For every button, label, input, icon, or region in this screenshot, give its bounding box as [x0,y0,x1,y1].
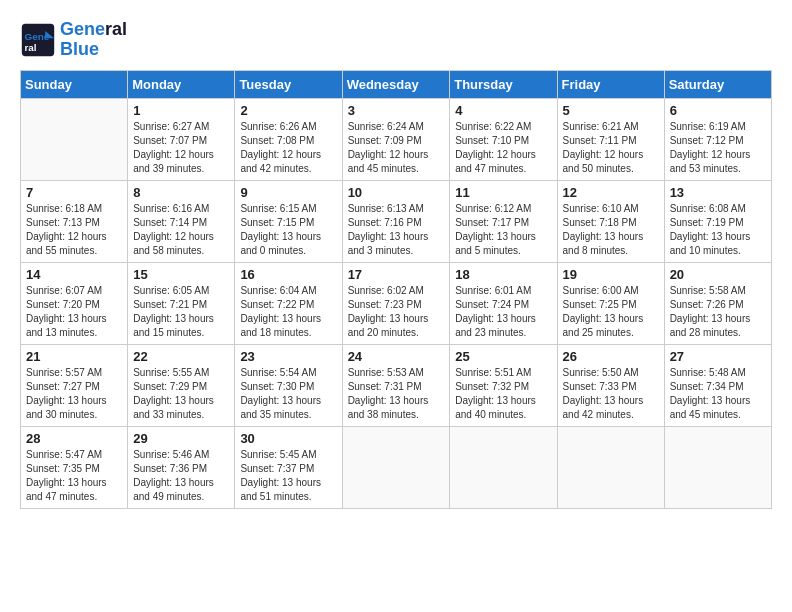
calendar-day-cell: 3Sunrise: 6:24 AM Sunset: 7:09 PM Daylig… [342,98,450,180]
day-number: 24 [348,349,445,364]
day-number: 13 [670,185,766,200]
calendar-day-cell: 1Sunrise: 6:27 AM Sunset: 7:07 PM Daylig… [128,98,235,180]
day-number: 7 [26,185,122,200]
calendar-week-row: 7Sunrise: 6:18 AM Sunset: 7:13 PM Daylig… [21,180,772,262]
logo: Gene ral General Blue [20,20,127,60]
day-info: Sunrise: 6:24 AM Sunset: 7:09 PM Dayligh… [348,120,445,176]
day-info: Sunrise: 5:46 AM Sunset: 7:36 PM Dayligh… [133,448,229,504]
day-number: 4 [455,103,551,118]
day-info: Sunrise: 6:15 AM Sunset: 7:15 PM Dayligh… [240,202,336,258]
day-number: 19 [563,267,659,282]
day-info: Sunrise: 6:22 AM Sunset: 7:10 PM Dayligh… [455,120,551,176]
calendar-day-cell: 22Sunrise: 5:55 AM Sunset: 7:29 PM Dayli… [128,344,235,426]
day-number: 29 [133,431,229,446]
day-number: 20 [670,267,766,282]
day-number: 15 [133,267,229,282]
day-info: Sunrise: 5:50 AM Sunset: 7:33 PM Dayligh… [563,366,659,422]
day-info: Sunrise: 6:01 AM Sunset: 7:24 PM Dayligh… [455,284,551,340]
logo-line2: Blue [60,40,127,60]
day-info: Sunrise: 6:18 AM Sunset: 7:13 PM Dayligh… [26,202,122,258]
day-number: 27 [670,349,766,364]
day-info: Sunrise: 5:55 AM Sunset: 7:29 PM Dayligh… [133,366,229,422]
day-info: Sunrise: 5:58 AM Sunset: 7:26 PM Dayligh… [670,284,766,340]
day-number: 18 [455,267,551,282]
calendar-day-cell: 21Sunrise: 5:57 AM Sunset: 7:27 PM Dayli… [21,344,128,426]
day-info: Sunrise: 6:12 AM Sunset: 7:17 PM Dayligh… [455,202,551,258]
day-info: Sunrise: 6:26 AM Sunset: 7:08 PM Dayligh… [240,120,336,176]
day-number: 8 [133,185,229,200]
weekday-header: Tuesday [235,70,342,98]
weekday-header: Wednesday [342,70,450,98]
day-info: Sunrise: 6:16 AM Sunset: 7:14 PM Dayligh… [133,202,229,258]
weekday-header: Monday [128,70,235,98]
day-number: 23 [240,349,336,364]
calendar-day-cell [557,426,664,508]
calendar-day-cell: 6Sunrise: 6:19 AM Sunset: 7:12 PM Daylig… [664,98,771,180]
day-info: Sunrise: 6:27 AM Sunset: 7:07 PM Dayligh… [133,120,229,176]
day-number: 3 [348,103,445,118]
calendar-day-cell: 11Sunrise: 6:12 AM Sunset: 7:17 PM Dayli… [450,180,557,262]
calendar-table: SundayMondayTuesdayWednesdayThursdayFrid… [20,70,772,509]
calendar-day-cell: 12Sunrise: 6:10 AM Sunset: 7:18 PM Dayli… [557,180,664,262]
day-number: 11 [455,185,551,200]
day-info: Sunrise: 5:54 AM Sunset: 7:30 PM Dayligh… [240,366,336,422]
calendar-day-cell: 29Sunrise: 5:46 AM Sunset: 7:36 PM Dayli… [128,426,235,508]
day-info: Sunrise: 6:05 AM Sunset: 7:21 PM Dayligh… [133,284,229,340]
day-info: Sunrise: 6:08 AM Sunset: 7:19 PM Dayligh… [670,202,766,258]
calendar-day-cell [664,426,771,508]
calendar-day-cell: 30Sunrise: 5:45 AM Sunset: 7:37 PM Dayli… [235,426,342,508]
day-number: 25 [455,349,551,364]
svg-text:ral: ral [25,42,37,53]
day-number: 28 [26,431,122,446]
day-number: 17 [348,267,445,282]
day-info: Sunrise: 6:04 AM Sunset: 7:22 PM Dayligh… [240,284,336,340]
calendar-day-cell: 13Sunrise: 6:08 AM Sunset: 7:19 PM Dayli… [664,180,771,262]
calendar-week-row: 1Sunrise: 6:27 AM Sunset: 7:07 PM Daylig… [21,98,772,180]
calendar-day-cell [21,98,128,180]
day-info: Sunrise: 5:57 AM Sunset: 7:27 PM Dayligh… [26,366,122,422]
day-number: 12 [563,185,659,200]
day-info: Sunrise: 6:00 AM Sunset: 7:25 PM Dayligh… [563,284,659,340]
calendar-day-cell: 5Sunrise: 6:21 AM Sunset: 7:11 PM Daylig… [557,98,664,180]
day-info: Sunrise: 6:19 AM Sunset: 7:12 PM Dayligh… [670,120,766,176]
logo-line1: General [60,20,127,40]
calendar-day-cell: 24Sunrise: 5:53 AM Sunset: 7:31 PM Dayli… [342,344,450,426]
day-info: Sunrise: 5:51 AM Sunset: 7:32 PM Dayligh… [455,366,551,422]
calendar-day-cell [450,426,557,508]
calendar-day-cell: 2Sunrise: 6:26 AM Sunset: 7:08 PM Daylig… [235,98,342,180]
day-info: Sunrise: 6:13 AM Sunset: 7:16 PM Dayligh… [348,202,445,258]
day-info: Sunrise: 5:48 AM Sunset: 7:34 PM Dayligh… [670,366,766,422]
calendar-day-cell: 26Sunrise: 5:50 AM Sunset: 7:33 PM Dayli… [557,344,664,426]
weekday-header: Thursday [450,70,557,98]
day-info: Sunrise: 6:07 AM Sunset: 7:20 PM Dayligh… [26,284,122,340]
day-info: Sunrise: 5:45 AM Sunset: 7:37 PM Dayligh… [240,448,336,504]
day-number: 14 [26,267,122,282]
day-info: Sunrise: 6:02 AM Sunset: 7:23 PM Dayligh… [348,284,445,340]
calendar-day-cell: 20Sunrise: 5:58 AM Sunset: 7:26 PM Dayli… [664,262,771,344]
weekday-header: Friday [557,70,664,98]
calendar-day-cell: 27Sunrise: 5:48 AM Sunset: 7:34 PM Dayli… [664,344,771,426]
calendar-week-row: 28Sunrise: 5:47 AM Sunset: 7:35 PM Dayli… [21,426,772,508]
calendar-day-cell: 19Sunrise: 6:00 AM Sunset: 7:25 PM Dayli… [557,262,664,344]
day-number: 22 [133,349,229,364]
day-info: Sunrise: 6:10 AM Sunset: 7:18 PM Dayligh… [563,202,659,258]
day-info: Sunrise: 5:47 AM Sunset: 7:35 PM Dayligh… [26,448,122,504]
calendar-day-cell: 18Sunrise: 6:01 AM Sunset: 7:24 PM Dayli… [450,262,557,344]
calendar-day-cell: 10Sunrise: 6:13 AM Sunset: 7:16 PM Dayli… [342,180,450,262]
day-info: Sunrise: 6:21 AM Sunset: 7:11 PM Dayligh… [563,120,659,176]
day-number: 16 [240,267,336,282]
page-header: Gene ral General Blue [20,20,772,60]
day-number: 21 [26,349,122,364]
calendar-day-cell: 8Sunrise: 6:16 AM Sunset: 7:14 PM Daylig… [128,180,235,262]
calendar-day-cell: 9Sunrise: 6:15 AM Sunset: 7:15 PM Daylig… [235,180,342,262]
calendar-day-cell: 14Sunrise: 6:07 AM Sunset: 7:20 PM Dayli… [21,262,128,344]
calendar-day-cell: 25Sunrise: 5:51 AM Sunset: 7:32 PM Dayli… [450,344,557,426]
day-number: 30 [240,431,336,446]
day-number: 5 [563,103,659,118]
calendar-day-cell: 16Sunrise: 6:04 AM Sunset: 7:22 PM Dayli… [235,262,342,344]
calendar-day-cell [342,426,450,508]
logo-icon: Gene ral [20,22,56,58]
day-number: 1 [133,103,229,118]
calendar-day-cell: 15Sunrise: 6:05 AM Sunset: 7:21 PM Dayli… [128,262,235,344]
calendar-day-cell: 4Sunrise: 6:22 AM Sunset: 7:10 PM Daylig… [450,98,557,180]
